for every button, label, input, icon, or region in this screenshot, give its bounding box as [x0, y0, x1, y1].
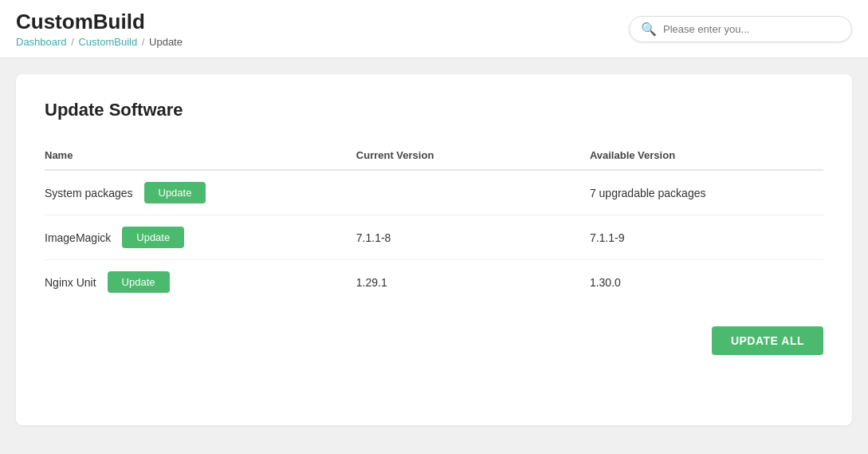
update-all-button[interactable]: UPDATE ALL [712, 326, 823, 355]
search-bar: 🔍 [629, 16, 852, 42]
row-name-2: Nginx Unit [45, 276, 96, 289]
row-current-version-1: 7.1.1-8 [356, 215, 590, 260]
row-name-0: System packages [45, 187, 133, 199]
card-title: Update Software [45, 100, 823, 120]
card: Update Software Name Current Version Ava… [16, 74, 852, 425]
col-available-version: Available Version [590, 143, 823, 170]
table-row: ImageMagickUpdate7.1.1-87.1.1-9 [45, 215, 823, 260]
main-content: Update Software Name Current Version Ava… [0, 58, 868, 441]
row-available-version-2: 1.30.0 [590, 260, 823, 305]
breadcrumb-separator-1: / [71, 36, 77, 48]
breadcrumb-custombuild[interactable]: CustomBuild [78, 36, 137, 48]
row-available-version-0: 7 upgradable packages [590, 170, 823, 215]
header-left: CustomBuild Dashboard / CustomBuild / Up… [16, 10, 183, 48]
row-available-version-1: 7.1.1-9 [590, 215, 823, 260]
row-name-cell-0: System packagesUpdate [45, 171, 356, 215]
search-icon: 🔍 [641, 22, 657, 37]
name-cell-0: System packagesUpdate [45, 182, 206, 203]
row-name-cell-1: ImageMagickUpdate [45, 215, 356, 259]
update-button-1[interactable]: Update [122, 227, 184, 248]
col-name: Name [45, 143, 356, 170]
update-button-2[interactable]: Update [108, 271, 170, 293]
row-current-version-0 [356, 170, 590, 215]
header: CustomBuild Dashboard / CustomBuild / Up… [0, 0, 868, 58]
breadcrumb-separator-2: / [142, 36, 147, 48]
software-table: Name Current Version Available Version S… [45, 143, 823, 304]
breadcrumb-current: Update [149, 36, 183, 48]
app-title: CustomBuild [16, 10, 183, 34]
update-button-0[interactable]: Update [144, 182, 206, 203]
name-cell-2: Nginx UnitUpdate [45, 271, 170, 293]
breadcrumb-dashboard[interactable]: Dashboard [16, 36, 67, 48]
row-name-1: ImageMagick [45, 231, 111, 244]
breadcrumb: Dashboard / CustomBuild / Update [16, 36, 183, 48]
table-row: System packagesUpdate7 upgradable packag… [45, 170, 823, 215]
name-cell-1: ImageMagickUpdate [45, 227, 184, 248]
search-input[interactable] [663, 23, 840, 35]
table-row: Nginx UnitUpdate1.29.11.30.0 [45, 260, 823, 305]
row-current-version-2: 1.29.1 [356, 260, 590, 305]
row-name-cell-2: Nginx UnitUpdate [45, 260, 356, 304]
table-header-row: Name Current Version Available Version [45, 143, 823, 170]
col-current-version: Current Version [356, 143, 590, 170]
update-all-row: UPDATE ALL [45, 326, 823, 355]
